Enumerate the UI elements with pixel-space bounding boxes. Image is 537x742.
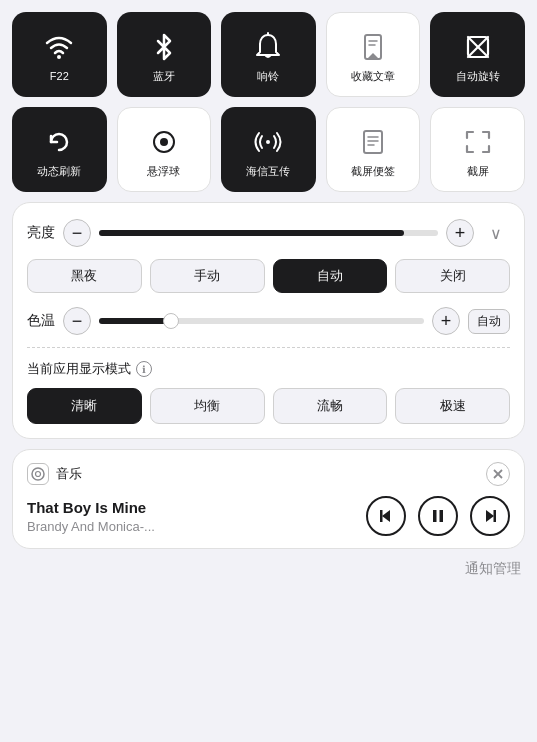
svg-point-14 xyxy=(32,468,44,480)
brightness-label: 亮度 xyxy=(27,224,55,242)
toggle-bookmark[interactable]: 收藏文章 xyxy=(326,12,421,97)
svg-point-15 xyxy=(36,472,41,477)
toggle-screenshot-label: 截屏 xyxy=(467,165,489,178)
toggle-screenshot-note[interactable]: 截屏便签 xyxy=(326,107,421,192)
wifi-icon xyxy=(40,28,78,66)
mode-manual-btn[interactable]: 手动 xyxy=(150,259,265,293)
control-panel: 亮度 − + ∨ 黑夜 手动 自动 关闭 色温 − + 自动 当前应用显示模式 … xyxy=(12,202,525,439)
music-app-info: 音乐 xyxy=(27,463,82,485)
brightness-plus-btn[interactable]: + xyxy=(446,219,474,247)
toggle-float[interactable]: 悬浮球 xyxy=(117,107,212,192)
svg-point-0 xyxy=(57,55,61,59)
music-controls xyxy=(366,496,510,536)
mode-auto-btn[interactable]: 自动 xyxy=(273,259,388,293)
prev-btn[interactable] xyxy=(366,496,406,536)
screenshot-note-icon xyxy=(354,123,392,161)
display-clear-btn[interactable]: 清晰 xyxy=(27,388,142,424)
music-header: 音乐 xyxy=(27,462,510,486)
refresh-icon xyxy=(40,123,78,161)
display-smooth-btn[interactable]: 流畅 xyxy=(273,388,388,424)
display-mode-title: 当前应用显示模式 ℹ xyxy=(27,360,510,378)
svg-marker-3 xyxy=(367,53,379,59)
display-mode-info-icon[interactable]: ℹ xyxy=(136,361,152,377)
colortemp-auto-btn[interactable]: 自动 xyxy=(468,309,510,334)
brightness-slider[interactable] xyxy=(99,230,438,236)
music-app-icon xyxy=(27,463,49,485)
toggle-screenshot-note-label: 截屏便签 xyxy=(351,165,395,178)
colortemp-minus-btn[interactable]: − xyxy=(63,307,91,335)
toggle-rotate-label: 自动旋转 xyxy=(456,70,500,83)
toggle-bluetooth-label: 蓝牙 xyxy=(153,70,175,83)
divider xyxy=(27,347,510,348)
svg-marker-22 xyxy=(486,510,494,522)
music-artist: Brandy And Monica-... xyxy=(27,519,366,534)
music-body: That Boy Is Mine Brandy And Monica-... xyxy=(27,496,510,536)
bookmark-icon xyxy=(354,28,392,66)
pause-btn[interactable] xyxy=(418,496,458,536)
music-title: That Boy Is Mine xyxy=(27,499,366,516)
toggle-wifi[interactable]: F22 xyxy=(12,12,107,97)
display-turbo-btn[interactable]: 极速 xyxy=(395,388,510,424)
toggle-screenshot[interactable]: 截屏 xyxy=(430,107,525,192)
svg-rect-23 xyxy=(494,510,497,522)
display-mode-section: 当前应用显示模式 ℹ 清晰 均衡 流畅 极速 xyxy=(27,360,510,424)
bell-icon xyxy=(249,28,287,66)
svg-rect-19 xyxy=(380,510,383,522)
colortemp-row: 色温 − + 自动 xyxy=(27,307,510,335)
screenshot-icon xyxy=(459,123,497,161)
toggle-rotate[interactable]: 自动旋转 xyxy=(430,12,525,97)
mode-night-btn[interactable]: 黑夜 xyxy=(27,259,142,293)
colortemp-slider[interactable] xyxy=(99,318,424,324)
colortemp-label: 色温 xyxy=(27,312,55,330)
display-mode-btns: 清晰 均衡 流畅 极速 xyxy=(27,388,510,424)
svg-rect-10 xyxy=(364,131,382,153)
mode-off-btn[interactable]: 关闭 xyxy=(395,259,510,293)
next-btn[interactable] xyxy=(470,496,510,536)
svg-rect-20 xyxy=(433,510,437,522)
colortemp-plus-btn[interactable]: + xyxy=(432,307,460,335)
toggle-bell-label: 响铃 xyxy=(257,70,279,83)
brightness-chevron-btn[interactable]: ∨ xyxy=(482,219,510,247)
transfer-icon xyxy=(249,123,287,161)
toggle-transfer-label: 海信互传 xyxy=(246,165,290,178)
toggle-bell[interactable]: 响铃 xyxy=(221,12,316,97)
svg-point-8 xyxy=(160,138,168,146)
toggle-float-label: 悬浮球 xyxy=(147,165,180,178)
svg-marker-18 xyxy=(382,510,390,522)
music-close-btn[interactable] xyxy=(486,462,510,486)
toggle-transfer[interactable]: 海信互传 xyxy=(221,107,316,192)
music-info: That Boy Is Mine Brandy And Monica-... xyxy=(27,499,366,534)
music-panel: 音乐 That Boy Is Mine Brandy And Monica-..… xyxy=(12,449,525,549)
toggle-bluetooth[interactable]: 蓝牙 xyxy=(117,12,212,97)
display-balance-btn[interactable]: 均衡 xyxy=(150,388,265,424)
rotate-icon xyxy=(459,28,497,66)
notify-management-link[interactable]: 通知管理 xyxy=(465,560,521,576)
music-app-name: 音乐 xyxy=(56,465,82,483)
toggle-refresh-label: 动态刷新 xyxy=(37,165,81,178)
toggle-grid-row1: F22 蓝牙 响铃 收藏文章 xyxy=(12,12,525,97)
svg-point-9 xyxy=(266,140,270,144)
toggle-refresh[interactable]: 动态刷新 xyxy=(12,107,107,192)
float-icon xyxy=(145,123,183,161)
toggle-bookmark-label: 收藏文章 xyxy=(351,70,395,83)
brightness-row: 亮度 − + ∨ xyxy=(27,219,510,247)
brightness-mode-row: 黑夜 手动 自动 关闭 xyxy=(27,259,510,293)
brightness-minus-btn[interactable]: − xyxy=(63,219,91,247)
svg-rect-21 xyxy=(440,510,444,522)
toggle-grid-row2: 动态刷新 悬浮球 海信互传 xyxy=(12,107,525,192)
footer: 通知管理 xyxy=(12,559,525,578)
bluetooth-icon xyxy=(145,28,183,66)
toggle-wifi-label: F22 xyxy=(50,70,69,83)
